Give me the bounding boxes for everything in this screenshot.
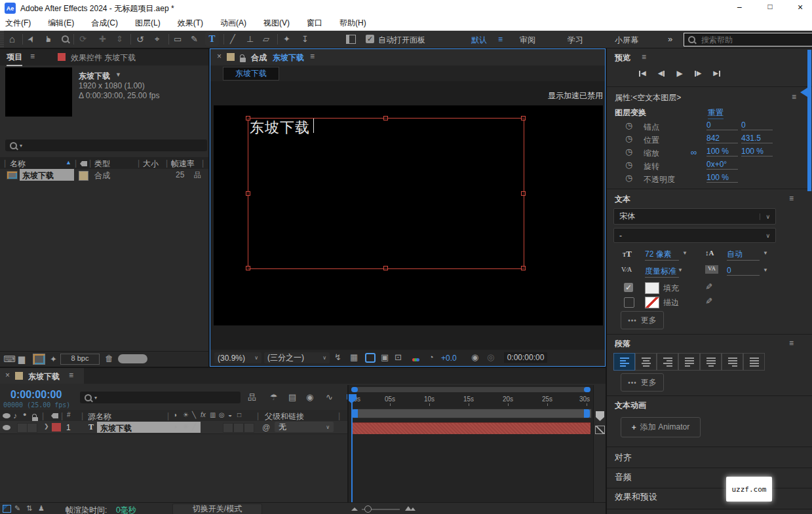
maximize-button[interactable]: □ — [760, 2, 780, 11]
column-framerate[interactable]: 帧速率 — [171, 158, 195, 170]
project-panel-menu-icon[interactable]: ≡ — [30, 52, 35, 61]
exposure-icon[interactable]: ◔ — [429, 353, 434, 361]
opacity-value[interactable]: 100 % — [706, 173, 738, 183]
interpret-footage-icon[interactable]: ⌨ — [3, 355, 16, 363]
panel-snap-icon[interactable] — [346, 35, 356, 44]
align-center-button[interactable] — [635, 353, 657, 371]
position-x-value[interactable]: 842 — [706, 134, 738, 143]
zoom-out-mountain-icon[interactable] — [351, 507, 358, 511]
bbox-handle[interactable] — [383, 266, 388, 270]
align-panel-title[interactable]: 对齐 — [615, 452, 632, 464]
justify-last-right-button[interactable] — [722, 353, 743, 371]
label-column-tag-icon[interactable] — [80, 161, 87, 166]
pen-tool-icon[interactable]: ✎ — [191, 35, 198, 43]
lock-icon[interactable] — [240, 58, 246, 62]
minimize-button[interactable]: − — [729, 2, 749, 12]
first-frame-button[interactable]: ◀ — [639, 69, 646, 77]
live-update-icon[interactable] — [3, 505, 11, 513]
timeline-panel-menu-icon[interactable]: ≡ — [69, 371, 73, 380]
justify-all-button[interactable] — [743, 353, 765, 371]
dolly-camera-tool-icon[interactable]: ⇕ — [116, 35, 123, 43]
effects-presets-panel-title[interactable]: 效果和预设 — [615, 491, 657, 503]
adjustment-switch-icon[interactable]: ▥ — [210, 411, 216, 418]
animator-person-icon[interactable]: ♟ — [38, 505, 45, 512]
paragraph-panel-menu-icon[interactable]: ≡ — [789, 339, 794, 348]
parent-dropdown[interactable]: 无 ∨ — [275, 422, 334, 432]
dropdown-arrow-icon[interactable]: ▼ — [763, 267, 768, 273]
work-area-start-handle[interactable] — [352, 409, 358, 418]
font-size-value[interactable]: 72 像素 — [645, 249, 679, 261]
link-scale-icon[interactable]: ∞ — [691, 147, 697, 157]
help-search-input[interactable] — [700, 35, 801, 45]
dropdown-arrow-icon[interactable]: ▼ — [763, 250, 768, 256]
index-column[interactable]: # — [67, 411, 71, 418]
timeline-zoom-knob[interactable] — [364, 505, 372, 513]
menu-animation[interactable]: 动画(A) — [212, 18, 255, 29]
stroke-checkbox[interactable] — [624, 297, 634, 308]
show-snapshot-icon[interactable]: ◎ — [487, 353, 494, 361]
menu-help[interactable]: 帮助(H) — [331, 18, 375, 29]
canvas-text[interactable]: 东坡下载 — [250, 118, 310, 138]
layer-visibility-eye-icon[interactable] — [3, 425, 10, 430]
rectangle-tool-icon[interactable]: ▭ — [174, 35, 182, 43]
text-panel-menu-icon[interactable]: ≡ — [789, 194, 794, 203]
workspace-overflow-icon[interactable]: » — [668, 34, 672, 44]
bbox-handle[interactable] — [383, 116, 388, 120]
puppet-pin-tool-icon[interactable]: ↧ — [301, 35, 309, 43]
font-style-select[interactable]: - ∨ — [613, 228, 776, 243]
composition-tab-prefix[interactable]: 合成 — [251, 52, 267, 64]
shy-switch-icon[interactable]: ◒ — [228, 411, 232, 418]
layer-frame-blend-icon[interactable]: ╱ — [192, 423, 196, 430]
time-ruler[interactable]: 00s 05s 10s 15s 20s 25s 30s — [349, 394, 593, 406]
roto-brush-tool-icon[interactable]: ✦ — [283, 35, 290, 43]
anchor-y-value[interactable]: 0 — [741, 120, 773, 130]
add-animator-button[interactable]: + 添加 Animator — [621, 417, 701, 437]
workspace-tab-review[interactable]: 审阅 — [520, 35, 535, 46]
frame-blending-icon[interactable]: ▤ — [288, 393, 296, 401]
last-frame-button[interactable]: ▶ — [713, 69, 720, 77]
selection-tool-icon[interactable]: ➤ — [26, 34, 37, 45]
close-panel-icon[interactable]: × — [217, 52, 222, 61]
draft-3d-icon[interactable]: ☂ — [270, 393, 278, 401]
property-label[interactable]: 位置 — [644, 135, 659, 146]
sort-ascending-icon[interactable]: ▲ — [66, 159, 71, 166]
audio-panel-title[interactable]: 音频 — [615, 471, 632, 483]
brush-tool-icon[interactable]: ╱ — [230, 35, 235, 43]
column-size[interactable]: 大小 — [143, 158, 159, 170]
position-y-value[interactable]: 431.5 — [741, 134, 773, 143]
scale-x-value[interactable]: 100 % — [706, 147, 738, 156]
close-button[interactable]: × — [790, 2, 810, 12]
stopwatch-icon[interactable]: ◷ — [625, 174, 632, 182]
previous-frame-button[interactable]: ◀ — [658, 69, 665, 77]
column-type[interactable]: 类型 — [94, 158, 110, 170]
workspace-tab-small-screen[interactable]: 小屏幕 — [615, 35, 638, 46]
workspace-menu-icon[interactable]: ≡ — [498, 35, 503, 44]
bbox-handle[interactable] — [521, 266, 526, 270]
timeline-tab-name[interactable]: 东坡下载 — [28, 371, 60, 382]
comp-marker-shield-icon[interactable] — [596, 411, 604, 421]
align-left-button[interactable] — [613, 353, 635, 371]
timeline-timecode[interactable]: 0:00:00:00 — [10, 389, 62, 401]
magnification-dropdown[interactable]: (30.9%)∨ — [214, 352, 261, 363]
font-family-select[interactable]: 宋体 ∨ — [613, 208, 776, 225]
right-scrollbar[interactable] — [807, 50, 811, 191]
fill-color-swatch[interactable] — [645, 282, 659, 294]
reset-link[interactable]: 重置 — [708, 107, 724, 119]
align-right-button[interactable] — [657, 353, 678, 371]
frame-blend-switch-icon[interactable]: ╲ — [192, 411, 196, 418]
composition-mini-flowchart-icon[interactable]: 品 — [248, 393, 256, 401]
composition-canvas[interactable]: 东坡下载 — [214, 105, 603, 325]
next-frame-button[interactable]: ▶ — [695, 69, 702, 77]
type-tool-button[interactable]: T — [205, 32, 219, 46]
pan-camera-tool-icon[interactable]: ✚ — [99, 35, 106, 43]
quality-switch-icon[interactable]: ◗ — [174, 411, 178, 418]
bbox-handle[interactable] — [246, 191, 250, 196]
layer-switch-cell[interactable] — [244, 423, 254, 433]
stroke-eyedropper-icon[interactable]: ✎ — [705, 297, 713, 304]
crop-icon[interactable]: ⊡ — [395, 353, 402, 361]
justify-last-left-button[interactable] — [678, 353, 700, 371]
auto-open-checkbox[interactable]: ✓ — [366, 35, 374, 43]
layer-effects-icon[interactable]: ☀ — [183, 423, 189, 430]
effects-switch-icon[interactable]: ☀ — [183, 411, 189, 418]
close-panel-icon[interactable]: × — [5, 371, 10, 380]
